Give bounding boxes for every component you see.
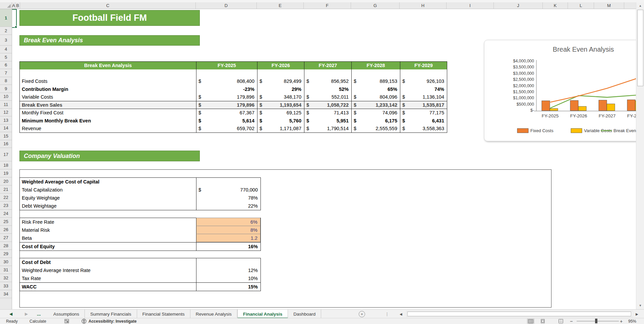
be-value-cell[interactable]: 74% [400, 85, 447, 93]
column-header-E[interactable]: E [257, 2, 304, 9]
vertical-scrollbar[interactable]: ▲ ▼ [636, 2, 644, 309]
be-value-cell[interactable]: $659,702 [196, 125, 257, 133]
be-value-cell[interactable]: $1,171,087 [257, 125, 304, 133]
valuation-row-label[interactable]: Weighted Average Interest Rate [20, 266, 196, 274]
status-calculate[interactable]: Calculate [30, 318, 46, 324]
be-value-cell[interactable]: 29% [257, 85, 304, 93]
be-value-cell[interactable]: $1,535,817 [400, 101, 447, 109]
add-sheet-button[interactable]: + [359, 310, 365, 318]
row-header-25[interactable]: 25 [0, 218, 12, 226]
section-header-valuation[interactable]: Company Valuation [19, 151, 200, 161]
row-header-29[interactable]: 29 [0, 250, 12, 258]
valuation-row-label[interactable]: Risk Free Rate [20, 218, 196, 226]
sheet-tab-summary-financials[interactable]: Summary Financials [85, 310, 137, 318]
hscroll-left-icon[interactable]: ◀ [400, 310, 402, 318]
column-header-J[interactable]: J [494, 2, 543, 9]
be-row-label[interactable]: Fixed Costs [20, 77, 196, 86]
be-value-cell[interactable]: $5,760 [257, 117, 304, 125]
be-value-cell[interactable]: $6,175 [351, 117, 400, 125]
row-header-20[interactable]: 20 [0, 177, 12, 185]
column-header-B[interactable]: B [15, 2, 20, 9]
be-row-label[interactable]: Revenue [20, 125, 196, 133]
break-even-table[interactable]: Break Even AnalysisFY-2025FY-2026FY-2027… [19, 61, 447, 133]
be-row-label[interactable]: Contribution Margin [20, 85, 196, 93]
be-value-cell[interactable]: $829,499 [257, 77, 304, 86]
row-header-10[interactable]: 10 [0, 93, 12, 101]
accessibility-status[interactable]: Accessibility: Investigate [89, 318, 136, 324]
be-value-cell[interactable]: $3,558,363 [400, 125, 447, 133]
sheet-canvas[interactable]: Football Field FM Break Even Analysis Co… [12, 9, 636, 309]
valuation-row-label[interactable]: Material Risk [20, 226, 196, 234]
row-header-17[interactable]: 17 [0, 148, 12, 161]
horizontal-scrollbar[interactable] [406, 311, 633, 317]
row-headers[interactable]: 1234567891011121314151617181920212223242… [0, 9, 12, 309]
row-header-19[interactable]: 19 [0, 169, 12, 177]
column-header-C[interactable]: C [20, 2, 196, 9]
sheet-tab-revenue-analysis[interactable]: Revenue Analysis [190, 310, 237, 318]
input-cell[interactable]: 8% [196, 226, 260, 234]
scroll-down-icon[interactable]: ▼ [637, 302, 644, 309]
valuation-row-label[interactable]: Total Capitalization [20, 186, 196, 194]
row-header-12[interactable]: 12 [0, 109, 12, 117]
tab-overflow-button[interactable]: ... [37, 310, 41, 318]
be-value-cell[interactable]: -23% [196, 85, 257, 93]
be-value-cell[interactable]: 52% [304, 85, 351, 93]
row-header-9[interactable]: 9 [0, 85, 12, 93]
row-header-2[interactable]: 2 [0, 27, 12, 35]
break-even-chart[interactable]: Break Even Analysis$-$500,000$1,000,000$… [484, 40, 636, 141]
row-header-4[interactable]: 4 [0, 46, 12, 54]
be-value-cell[interactable]: $71,413 [304, 109, 351, 117]
row-header-28[interactable]: 28 [0, 242, 12, 250]
sheet-tab-financial-analysis[interactable]: Financial Analysis [237, 310, 288, 318]
column-header-F[interactable]: F [304, 2, 351, 9]
be-value-cell[interactable]: $889,153 [351, 77, 400, 86]
be-row-label[interactable]: Minimum Monthly Break Even [20, 117, 196, 125]
page-layout-view-icon[interactable] [539, 319, 546, 324]
selected-cell[interactable] [12, 9, 17, 28]
be-value-cell[interactable]: $348,170 [257, 93, 304, 101]
be-value-cell[interactable]: $5,614 [196, 117, 257, 125]
be-value-cell[interactable]: $804,096 [351, 93, 400, 101]
zoom-slider-thumb[interactable] [595, 319, 597, 323]
zoom-level[interactable]: 95% [628, 318, 636, 324]
macro-record-icon[interactable] [64, 318, 69, 324]
column-header-D[interactable]: D [196, 2, 257, 9]
row-header-14[interactable]: 14 [0, 124, 12, 132]
select-all-corner[interactable] [0, 2, 12, 9]
valuation-value-cell[interactable]: $770,000 [196, 186, 260, 194]
horizontal-scroll-thumb[interactable] [407, 312, 631, 316]
tab-strip-options-icon[interactable]: ⋮ [385, 310, 389, 318]
wacc-table[interactable]: Weighted Average Cost of CapitalTotal Ca… [19, 177, 261, 210]
zoom-out-button[interactable]: − [570, 318, 573, 324]
row-header-5[interactable]: 5 [0, 53, 12, 61]
workbook-title-banner[interactable]: Football Field FM [19, 10, 200, 26]
be-row-label[interactable]: Variable Costs [20, 93, 196, 101]
valuation-row-label[interactable]: Tax Rate [20, 274, 196, 282]
be-value-cell[interactable]: $1,790,514 [304, 125, 351, 133]
be-value-cell[interactable]: $67,367 [196, 109, 257, 117]
be-row-label[interactable]: Monthly Fixed Cost [20, 109, 196, 117]
valuation-row-label[interactable]: Cost of Debt [20, 258, 196, 266]
row-header-6[interactable]: 6 [0, 61, 12, 69]
input-cell[interactable]: 1.2 [196, 234, 260, 242]
be-value-cell[interactable]: $69,125 [257, 109, 304, 117]
row-header-18[interactable]: 18 [0, 161, 12, 169]
valuation-value-cell[interactable]: 16% [196, 242, 260, 251]
row-header-21[interactable]: 21 [0, 185, 12, 194]
cost-of-equity-table[interactable]: Risk Free Rate6%Material Risk8%Beta1.2Co… [19, 218, 261, 251]
valuation-row-label[interactable]: Weighted Average Cost of Capital [20, 178, 196, 186]
row-header-15[interactable]: 15 [0, 132, 12, 140]
be-value-cell[interactable]: $1,193,654 [257, 101, 304, 109]
row-header-32[interactable]: 32 [0, 274, 12, 282]
row-header-1[interactable]: 1 [0, 9, 12, 27]
tab-scroll-left-button[interactable]: ◀ [9, 310, 12, 318]
row-header-33[interactable]: 33 [0, 282, 12, 290]
zoom-slider[interactable] [577, 318, 619, 324]
valuation-value-cell[interactable] [196, 178, 260, 186]
valuation-value-cell[interactable]: 10% [196, 274, 260, 282]
sheet-tab-financial-statements[interactable]: Financial Statements [137, 310, 190, 318]
sheet-tab-assumptions[interactable]: Assumptions [48, 310, 85, 318]
valuation-row-label[interactable]: WACC [20, 283, 196, 291]
row-header-30[interactable]: 30 [0, 258, 12, 266]
valuation-row-label[interactable]: Debt Weightage [20, 202, 196, 210]
